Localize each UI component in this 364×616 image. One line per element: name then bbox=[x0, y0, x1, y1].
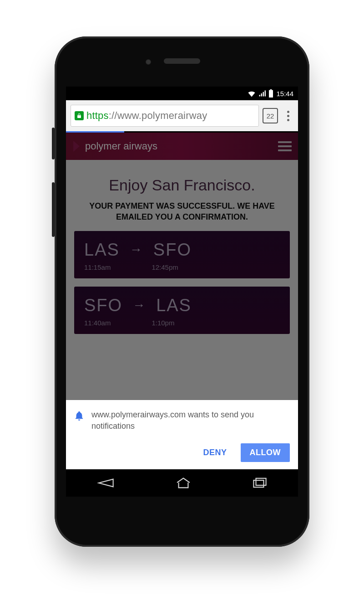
url-host: www.polymerairway bbox=[117, 110, 207, 121]
home-icon[interactable] bbox=[175, 477, 192, 489]
flight-from: SFO bbox=[84, 296, 122, 315]
svg-rect-0 bbox=[254, 480, 264, 487]
url-bar[interactable]: https://www.polymerairway bbox=[71, 105, 259, 127]
front-camera bbox=[146, 59, 151, 65]
signal-icon bbox=[258, 90, 266, 97]
browser-toolbar: https://www.polymerairway 22 bbox=[66, 100, 298, 131]
confirmation-text: YOUR PAYMENT WAS SUCCESSFUL. WE HAVE EMA… bbox=[74, 200, 290, 231]
brand-logo-icon bbox=[72, 141, 81, 152]
url-protocol: https bbox=[86, 110, 109, 121]
svg-rect-1 bbox=[256, 478, 266, 485]
android-nav-bar bbox=[66, 469, 298, 497]
earpiece bbox=[164, 58, 200, 64]
bell-icon bbox=[74, 410, 84, 431]
flight-arrive-time: 1:10pm bbox=[152, 319, 174, 327]
flight-from: LAS bbox=[84, 240, 120, 260]
allow-button[interactable]: ALLOW bbox=[241, 443, 290, 462]
flight-card[interactable]: LAS → SFO 11:15am 12:45pm bbox=[74, 231, 290, 278]
flight-to: SFO bbox=[153, 240, 192, 260]
flight-to: LAS bbox=[156, 296, 192, 315]
site-brand[interactable]: polymer airways bbox=[72, 140, 157, 152]
wifi-icon bbox=[248, 90, 256, 97]
arrow-right-icon: → bbox=[130, 242, 143, 257]
recents-icon[interactable] bbox=[252, 477, 268, 489]
overflow-menu-icon[interactable] bbox=[282, 111, 294, 121]
site-app-bar: polymer airways bbox=[66, 133, 298, 160]
arrow-right-icon: → bbox=[132, 298, 146, 313]
status-bar: 15:44 bbox=[66, 87, 298, 100]
hamburger-menu-icon[interactable] bbox=[278, 141, 292, 151]
lock-icon bbox=[75, 111, 84, 120]
flight-arrive-time: 12:45pm bbox=[152, 263, 178, 271]
tabs-button[interactable]: 22 bbox=[263, 108, 278, 123]
deny-button[interactable]: DENY bbox=[203, 448, 227, 457]
notification-permission-prompt: www.polymerairways.com wants to send you… bbox=[66, 400, 298, 469]
screen: 15:44 https://www.polymerairway 22 bbox=[66, 87, 298, 497]
battery-icon bbox=[268, 89, 273, 98]
status-time: 15:44 bbox=[276, 90, 293, 98]
volume-button bbox=[52, 182, 55, 237]
flight-card[interactable]: SFO → LAS 11:40am 1:10pm bbox=[74, 287, 290, 334]
flight-depart-time: 11:40am bbox=[84, 319, 111, 327]
phone-frame: 15:44 https://www.polymerairway 22 bbox=[55, 36, 309, 547]
site-brand-text: polymer airways bbox=[85, 140, 157, 152]
tab-count: 22 bbox=[267, 112, 274, 120]
flight-depart-time: 11:15am bbox=[84, 263, 111, 271]
prompt-text: www.polymerairways.com wants to send you… bbox=[91, 409, 290, 431]
url-separator: :// bbox=[109, 110, 117, 121]
power-button bbox=[52, 128, 55, 159]
page-headline: Enjoy San Francisco. bbox=[74, 176, 290, 194]
back-icon[interactable] bbox=[96, 477, 115, 488]
